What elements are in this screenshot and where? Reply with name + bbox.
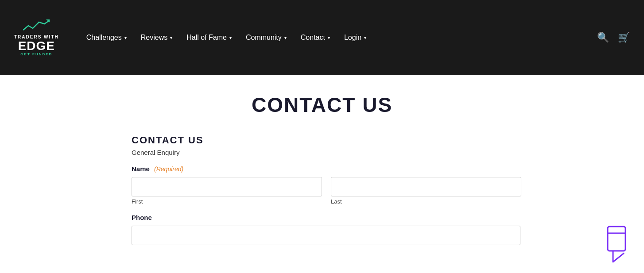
navigation: TRADERS WITH EDGE GET FUNDED Challenges … [0, 0, 644, 75]
nav-label-contact: Contact [301, 34, 325, 42]
nav-right-icons: 🔍 🛒 [597, 32, 630, 43]
cart-icon[interactable]: 🛒 [618, 32, 630, 43]
chevron-down-icon: ▾ [364, 35, 366, 40]
name-label: Name (Required) [132, 165, 521, 173]
bottom-widget[interactable] [604, 224, 635, 264]
nav-label-login: Login [344, 34, 361, 42]
nav-label-hall-of-fame: Hall of Fame [186, 34, 227, 42]
form-section: CONTACT US General Enquiry Name (Require… [123, 135, 521, 245]
first-name-input[interactable] [132, 177, 322, 196]
chevron-down-icon: ▾ [170, 35, 172, 40]
first-name-col: First [132, 177, 322, 205]
name-row: First Last [132, 177, 521, 205]
chevron-down-icon: ▾ [328, 35, 330, 40]
nav-label-challenges: Challenges [86, 34, 122, 42]
search-icon[interactable]: 🔍 [597, 32, 609, 43]
phone-label: Phone [132, 214, 521, 221]
nav-item-login[interactable]: Login ▾ [338, 30, 372, 45]
form-section-title: CONTACT US [132, 135, 521, 146]
main-content: CONTACT US CONTACT US General Enquiry Na… [0, 75, 644, 273]
first-name-label: First [132, 198, 322, 205]
nav-item-hall-of-fame[interactable]: Hall of Fame ▾ [180, 30, 238, 45]
required-indicator: (Required) [154, 165, 183, 173]
logo[interactable]: TRADERS WITH EDGE GET FUNDED [14, 19, 59, 56]
chevron-down-icon: ▾ [229, 35, 232, 40]
page-title: CONTACT US [9, 93, 635, 117]
svg-rect-1 [608, 227, 625, 251]
nav-label-reviews: Reviews [141, 34, 167, 42]
nav-item-reviews[interactable]: Reviews ▾ [135, 30, 178, 45]
nav-label-community: Community [246, 34, 282, 42]
chevron-down-icon: ▾ [124, 35, 127, 40]
phone-input[interactable] [132, 226, 520, 245]
last-name-label: Last [331, 198, 521, 205]
nav-menu: Challenges ▾ Reviews ▾ Hall of Fame ▾ Co… [80, 30, 597, 45]
logo-edge-text: EDGE [18, 40, 55, 52]
phone-section: Phone [132, 214, 521, 245]
chevron-down-icon: ▾ [284, 35, 287, 40]
nav-item-challenges[interactable]: Challenges ▾ [80, 30, 133, 45]
nav-item-community[interactable]: Community ▾ [240, 30, 293, 45]
form-subtitle: General Enquiry [132, 149, 521, 156]
logo-tagline-text: GET FUNDED [20, 52, 52, 56]
last-name-input[interactable] [331, 177, 521, 196]
phone-input-wrap [132, 226, 520, 245]
nav-item-contact[interactable]: Contact ▾ [295, 30, 336, 45]
last-name-col: Last [331, 177, 521, 205]
